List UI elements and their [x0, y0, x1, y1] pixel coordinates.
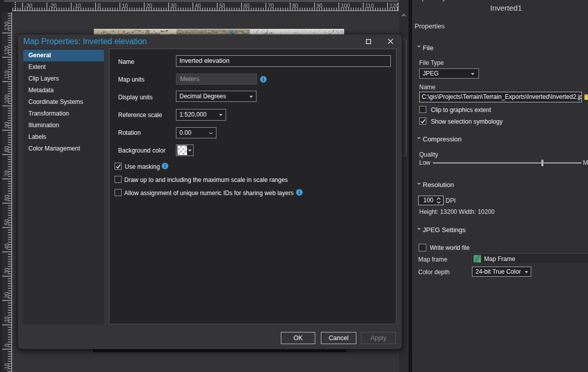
svg-text:40: 40 — [4, 243, 10, 249]
svg-text:130: 130 — [4, 21, 10, 30]
svg-text:110: 110 — [365, 3, 374, 9]
svg-text:60: 60 — [244, 3, 250, 9]
svg-text:80: 80 — [4, 146, 10, 152]
svg-text:0: 0 — [4, 344, 10, 347]
svg-text:20: 20 — [4, 292, 10, 298]
svg-text:120: 120 — [4, 46, 10, 55]
svg-text:100: 100 — [341, 3, 350, 9]
svg-text:60: 60 — [4, 195, 10, 201]
svg-text:-20: -20 — [49, 3, 57, 9]
svg-text:30: 30 — [171, 3, 177, 9]
svg-text:30: 30 — [4, 268, 10, 274]
svg-text:-10: -10 — [74, 3, 81, 9]
svg-text:20: 20 — [146, 3, 153, 9]
svg-text:70: 70 — [4, 170, 10, 176]
svg-text:120: 120 — [390, 3, 399, 9]
svg-text:-30: -30 — [25, 3, 32, 9]
svg-text:0: 0 — [98, 3, 101, 9]
svg-text:10: 10 — [122, 3, 128, 9]
svg-text:70: 70 — [268, 3, 274, 9]
svg-text:90: 90 — [317, 3, 323, 9]
svg-text:110: 110 — [4, 70, 10, 79]
svg-text:80: 80 — [292, 3, 299, 9]
svg-text:90: 90 — [4, 122, 10, 128]
svg-text:50: 50 — [219, 3, 226, 9]
svg-text:100: 100 — [4, 94, 10, 103]
svg-text:40: 40 — [195, 3, 201, 9]
svg-text:10: 10 — [4, 316, 10, 322]
svg-text:50: 50 — [4, 219, 10, 225]
svg-text:-10: -10 — [4, 363, 10, 371]
